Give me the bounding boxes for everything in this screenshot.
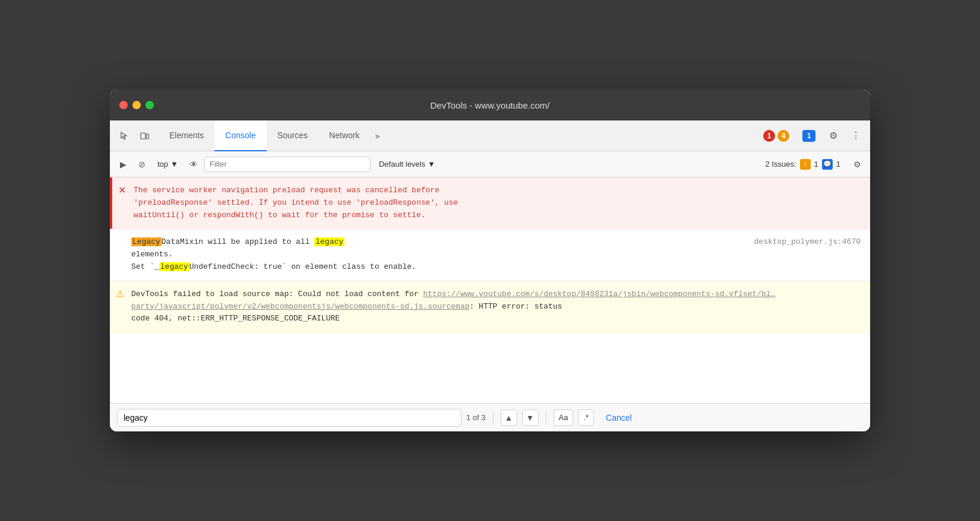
svg-rect-1 <box>146 134 148 139</box>
svg-rect-0 <box>141 133 146 139</box>
search-input[interactable] <box>117 409 461 427</box>
issues-warn-count: 1 <box>814 160 818 169</box>
more-options-button[interactable]: ⋮ <box>846 126 865 145</box>
issues-warning-icon: ! <box>800 159 811 170</box>
info-text-part2: elements. <box>131 250 173 259</box>
legacy-highlight-orange: Legacy <box>131 237 162 246</box>
tab-console[interactable]: Console <box>214 120 266 151</box>
warning-badge: 4 <box>777 130 789 142</box>
context-label: top <box>157 160 168 169</box>
error-badge: 1 <box>763 130 775 142</box>
issues-msg-icon: 💬 <box>822 159 833 170</box>
console-warning-message: ⚠ DevTools failed to load source map: Co… <box>110 281 870 333</box>
console-settings-button[interactable]: ⚙ <box>849 156 865 173</box>
block-icon: ⊘ <box>138 160 146 169</box>
search-up-button[interactable]: ▲ <box>501 409 517 426</box>
search-down-button[interactable]: ▼ <box>522 409 539 426</box>
info-badge: 1 <box>802 130 815 142</box>
cursor-icon <box>119 131 129 141</box>
info-text-part3: Set `_ <box>131 262 159 271</box>
filter-input[interactable] <box>204 157 371 172</box>
title-bar: DevTools - www.youtube.com/ <box>110 90 870 120</box>
eye-button[interactable]: 👁 <box>185 156 202 173</box>
tab-elements[interactable]: Elements <box>159 120 214 151</box>
source-link[interactable]: desktop_polymer.js:4670 <box>754 236 861 249</box>
tab-bar: Elements Console Sources Network » 1 4 1 <box>110 120 870 151</box>
console-gear-icon: ⚙ <box>853 160 861 169</box>
console-info-message: desktop_polymer.js:4670 LegacyDataMixin … <box>110 229 870 281</box>
search-divider-2 <box>546 411 546 424</box>
tab-bar-icons <box>115 120 154 151</box>
minimize-button[interactable] <box>132 101 141 109</box>
info-badge-button[interactable]: 1 <box>798 128 820 144</box>
device-icon <box>140 131 149 141</box>
chevron-down-icon: ▼ <box>526 413 535 422</box>
window-title: DevTools - www.youtube.com/ <box>431 100 550 110</box>
regex-button[interactable]: .* <box>578 409 594 426</box>
device-toggle-button[interactable] <box>135 126 154 145</box>
search-count: 1 of 3 <box>466 413 486 422</box>
clear-console-button[interactable]: ⊘ <box>134 156 150 173</box>
tabs: Elements Console Sources Network » <box>159 120 758 151</box>
error-text: The service worker navigation preload re… <box>134 185 861 221</box>
context-selector[interactable]: top ▼ <box>153 157 183 171</box>
console-error-message: ✕ The service worker navigation preload … <box>110 177 870 229</box>
execute-button[interactable]: ▶ <box>115 156 131 173</box>
gear-icon: ⚙ <box>829 130 837 141</box>
execute-icon: ▶ <box>120 160 127 169</box>
close-button[interactable] <box>119 101 128 109</box>
warning-text: DevTools failed to load source map: Coul… <box>131 288 861 325</box>
dropdown-arrow-icon: ▼ <box>170 160 178 169</box>
settings-button[interactable]: ⚙ <box>824 126 843 145</box>
devtools-window: DevTools - www.youtube.com/ Elements Con… <box>110 90 870 431</box>
error-circle-icon: ✕ <box>118 185 126 196</box>
error-warning-badge-button[interactable]: 1 4 <box>758 128 794 144</box>
issues-bar: 2 Issues: ! 1 💬 1 <box>760 157 847 172</box>
inspect-element-button[interactable] <box>115 126 134 145</box>
tab-more[interactable]: » <box>370 120 384 151</box>
traffic-lights <box>119 101 154 109</box>
search-divider <box>493 411 494 424</box>
info-text-part1: DataMixin will be applied to all <box>162 237 314 246</box>
issues-msg-count: 1 <box>836 160 840 169</box>
chevron-up-icon: ▲ <box>505 413 513 422</box>
console-content: ✕ The service worker navigation preload … <box>110 177 870 403</box>
issues-label: 2 Issues: <box>766 160 796 169</box>
console-toolbar: ▶ ⊘ top ▼ 👁 Default levels ▼ 2 Issues: !… <box>110 151 870 177</box>
info-text: desktop_polymer.js:4670 LegacyDataMixin … <box>131 236 861 273</box>
levels-label: Default levels <box>379 160 425 169</box>
warning-text-before: DevTools failed to load source map: Coul… <box>131 290 423 298</box>
levels-dropdown-button[interactable]: Default levels ▼ <box>373 157 441 171</box>
levels-arrow-icon: ▼ <box>428 160 435 169</box>
tab-sources[interactable]: Sources <box>267 120 318 151</box>
warning-triangle-icon: ⚠ <box>116 288 124 300</box>
match-case-button[interactable]: Aa <box>554 409 574 426</box>
more-icon: ⋮ <box>851 130 861 141</box>
legacy-highlight-yellow-1: legacy <box>314 237 344 246</box>
legacy-highlight-yellow-2: legacy <box>159 262 189 271</box>
maximize-button[interactable] <box>146 101 154 109</box>
search-bar: 1 of 3 ▲ ▼ Aa .* Cancel <box>110 403 870 431</box>
search-cancel-button[interactable]: Cancel <box>599 411 639 425</box>
eye-icon: 👁 <box>189 160 198 169</box>
info-text-part4: UndefinedCheck: true` on element class t… <box>189 262 416 271</box>
tab-bar-right: 1 4 1 ⚙ ⋮ <box>758 120 865 151</box>
tab-network[interactable]: Network <box>318 120 370 151</box>
